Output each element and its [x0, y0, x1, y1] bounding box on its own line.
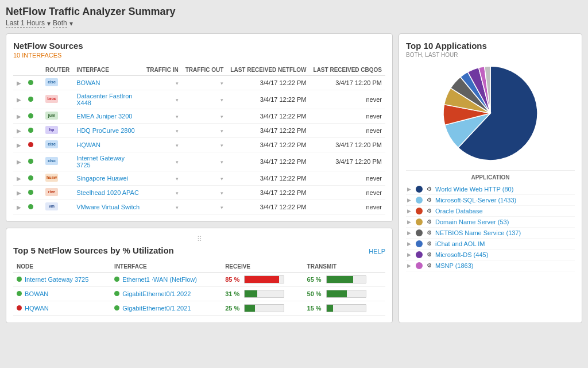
row-last-netflow: 3/4/17 12:22 PM: [227, 186, 310, 200]
app-name[interactable]: Oracle Database: [435, 208, 483, 214]
app-expand[interactable]: ▶: [407, 252, 413, 258]
row-expand[interactable]: ▶: [13, 76, 25, 90]
list-item[interactable]: ▶ ⚙ Oracle Database: [406, 206, 575, 217]
row-interface[interactable]: Steelhead 1020 APAC: [73, 186, 143, 200]
row-last-cbqos: 3/4/17 12:20 PM: [310, 152, 385, 171]
row-interface[interactable]: BOWAN: [73, 76, 143, 90]
top10-apps-card: Top 10 Applications BOTH, LAST HOUR APPL…: [399, 33, 582, 323]
row-traffic-out: ▾: [182, 124, 227, 138]
app-expand[interactable]: ▶: [407, 197, 413, 203]
row-traffic-out: ▾: [182, 200, 227, 214]
app-name[interactable]: NETBIOS Name Service (137): [435, 229, 521, 236]
row-interface[interactable]: HDQ ProCurve 2800: [73, 124, 143, 138]
row-expand[interactable]: ▶: [13, 171, 25, 186]
row-traffic-in: ▾: [143, 171, 182, 186]
row-router: hp: [42, 124, 73, 138]
row-traffic-in: ▾: [143, 124, 182, 138]
table-row[interactable]: ▶ cisc BOWAN ▾ ▾ 3/4/17 12:22 PM 3/4/17 …: [13, 76, 385, 90]
util-node[interactable]: BOWAN: [13, 287, 111, 301]
util-node[interactable]: Internet Gateway 3725: [13, 273, 111, 287]
app-color: [416, 240, 423, 247]
top10-subtitle: BOTH, LAST HOUR: [406, 52, 575, 58]
util-node[interactable]: HQWAN: [13, 301, 111, 316]
netflow-sources-table: ROUTER INTERFACE TRAFFIC IN TRAFFIC OUT …: [13, 64, 385, 214]
app-expand[interactable]: ▶: [407, 219, 413, 225]
row-last-cbqos: 3/4/17 12:20 PM: [310, 138, 385, 152]
col-last-cbqos-header: LAST RECEIVED CBQOS: [310, 64, 385, 76]
table-row[interactable]: BOWAN GigabitEthernet0/1.2022 31 % 50 %: [13, 287, 385, 301]
netflow-sources-card: NetFlow Sources 10 INTERFACES ROUTER INT…: [6, 33, 393, 222]
row-router: cisc: [42, 138, 73, 152]
row-status: [25, 171, 42, 186]
table-row[interactable]: ▶ vm VMware Virtual Switch ▾ ▾ 3/4/17 12…: [13, 200, 385, 214]
app-name[interactable]: Domain Name Server (53): [435, 218, 509, 225]
list-item[interactable]: ▶ ⚙ NETBIOS Name Service (137): [406, 228, 575, 239]
app-expand[interactable]: ▶: [407, 208, 413, 214]
row-status: [25, 90, 42, 109]
row-interface[interactable]: Singapore Huawei: [73, 171, 143, 186]
row-traffic-out: ▾: [182, 76, 227, 90]
col-traffic-in-header: TRAFFIC IN: [143, 64, 182, 76]
table-row[interactable]: ▶ cisc Internet Gateway 3725 ▾ ▾ 3/4/17 …: [13, 152, 385, 171]
time-filter-link[interactable]: Last 1 Hours: [6, 19, 45, 28]
table-row[interactable]: ▶ broc Datacenter FastIron X448 ▾ ▾ 3/4/…: [13, 90, 385, 109]
app-color: [416, 208, 423, 214]
col-iface-header: INTERFACE: [111, 261, 222, 273]
app-expand[interactable]: ▶: [407, 263, 413, 269]
app-name[interactable]: World Wide Web HTTP (80): [435, 186, 513, 193]
util-interface[interactable]: Ethernet1 ·WAN (NetFlow): [111, 273, 222, 287]
list-item[interactable]: ▶ ⚙ iChat and AOL IM: [406, 239, 575, 250]
direction-filter-link[interactable]: Both: [53, 19, 67, 28]
row-traffic-out: ▾: [182, 186, 227, 200]
row-traffic-out: ▾: [182, 90, 227, 109]
table-row[interactable]: Internet Gateway 3725 Ethernet1 ·WAN (Ne…: [13, 273, 385, 287]
app-expand[interactable]: ▶: [407, 186, 413, 192]
row-expand[interactable]: ▶: [13, 90, 25, 109]
app-name[interactable]: iChat and AOL IM: [435, 240, 485, 247]
list-item[interactable]: ▶ ⚙ Microsoft-DS (445): [406, 250, 575, 260]
list-item[interactable]: ▶ ⚙ MSNP (1863): [406, 260, 575, 271]
row-expand[interactable]: ▶: [13, 138, 25, 152]
app-name[interactable]: Microsoft-DS (445): [435, 251, 488, 258]
app-color: [416, 197, 423, 204]
app-section-header: APPLICATION: [406, 170, 575, 181]
row-last-netflow: 3/4/17 12:22 PM: [227, 124, 310, 138]
list-item[interactable]: ▶ ⚙ World Wide Web HTTP (80): [406, 184, 575, 195]
help-link[interactable]: HELP: [369, 248, 385, 255]
row-expand[interactable]: ▶: [13, 200, 25, 214]
util-interface[interactable]: GigabitEthernet0/1.2021: [111, 301, 222, 316]
col-traffic-out-header: TRAFFIC OUT: [182, 64, 227, 76]
list-item[interactable]: ▶ ⚙ Domain Name Server (53): [406, 217, 575, 228]
app-name[interactable]: MSNP (1863): [435, 262, 473, 269]
table-row[interactable]: ▶ hp HDQ ProCurve 2800 ▾ ▾ 3/4/17 12:22 …: [13, 124, 385, 138]
row-last-netflow: 3/4/17 12:22 PM: [227, 171, 310, 186]
table-row[interactable]: HQWAN GigabitEthernet0/1.2021 25 % 15 %: [13, 301, 385, 316]
row-last-netflow: 3/4/17 12:22 PM: [227, 138, 310, 152]
row-expand[interactable]: ▶: [13, 124, 25, 138]
row-interface[interactable]: Datacenter FastIron X448: [73, 90, 143, 109]
row-traffic-out: ▾: [182, 109, 227, 124]
table-row[interactable]: ▶ juni EMEA Juniper 3200 ▾ ▾ 3/4/17 12:2…: [13, 109, 385, 124]
col-interface-header: INTERFACE: [73, 64, 143, 76]
row-expand[interactable]: ▶: [13, 152, 25, 171]
app-name[interactable]: Microsoft-SQL-Server (1433): [435, 197, 516, 204]
row-expand[interactable]: ▶: [13, 186, 25, 200]
table-row[interactable]: ▶ huaw Singapore Huawei ▾ ▾ 3/4/17 12:22…: [13, 171, 385, 186]
util-interface[interactable]: GigabitEthernet0/1.2022: [111, 287, 222, 301]
row-interface[interactable]: HQWAN: [73, 138, 143, 152]
app-expand[interactable]: ▶: [407, 241, 413, 247]
row-interface[interactable]: Internet Gateway 3725: [73, 152, 143, 171]
row-traffic-out: ▾: [182, 138, 227, 152]
row-traffic-in: ▾: [143, 76, 182, 90]
table-row[interactable]: ▶ cisc HQWAN ▾ ▾ 3/4/17 12:22 PM 3/4/17 …: [13, 138, 385, 152]
row-traffic-out: ▾: [182, 171, 227, 186]
row-interface[interactable]: VMware Virtual Switch: [73, 200, 143, 214]
row-interface[interactable]: EMEA Juniper 3200: [73, 109, 143, 124]
app-color: [416, 262, 423, 269]
app-expand[interactable]: ▶: [407, 230, 413, 236]
row-status: [25, 152, 42, 171]
table-row[interactable]: ▶ rive Steelhead 1020 APAC ▾ ▾ 3/4/17 12…: [13, 186, 385, 200]
list-item[interactable]: ▶ ⚙ Microsoft-SQL-Server (1433): [406, 195, 575, 206]
row-router: huaw: [42, 171, 73, 186]
row-expand[interactable]: ▶: [13, 109, 25, 124]
